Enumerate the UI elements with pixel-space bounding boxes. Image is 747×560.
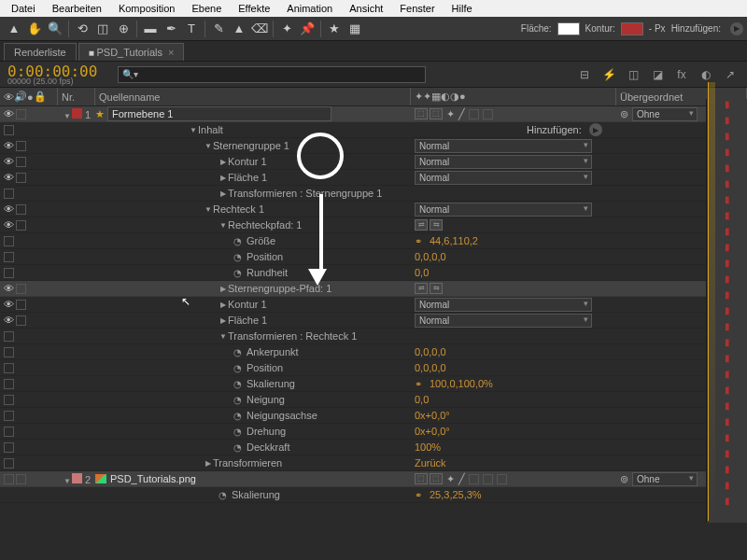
blend-mode-dropdown[interactable]: Normal <box>415 203 592 217</box>
twirl-icon[interactable] <box>63 477 72 485</box>
brush-tool[interactable]: ✎ <box>209 20 228 38</box>
eye-icon[interactable]: 👁 <box>4 156 14 167</box>
roto-tool[interactable]: ✦ <box>277 20 296 38</box>
stopwatch-icon[interactable] <box>233 251 245 262</box>
blend-mode-dropdown[interactable]: Normal <box>415 314 592 328</box>
fx-icon[interactable]: fx <box>672 66 691 83</box>
switch-icons[interactable]: ⬚⬚ <box>415 108 443 119</box>
property-label[interactable]: Ankerpunkt <box>247 346 299 357</box>
property-value[interactable]: 44,6,110,2 <box>430 235 478 246</box>
box1-icon[interactable]: ◫ <box>624 66 642 83</box>
property-label[interactable]: Kontur 1 <box>228 156 267 167</box>
star-icon[interactable]: ★ <box>325 20 344 38</box>
label-color[interactable] <box>72 108 82 119</box>
twirl-icon[interactable] <box>63 112 72 120</box>
property-label[interactable]: Skalierung <box>247 378 295 389</box>
text-tool[interactable]: T <box>182 20 201 38</box>
link-icon[interactable]: ⚭ <box>415 490 422 500</box>
close-icon[interactable]: × <box>168 47 174 58</box>
property-value[interactable]: 100% <box>415 441 441 453</box>
twirl-icon[interactable] <box>218 174 228 182</box>
menu-ansicht[interactable]: Ansicht <box>342 1 390 16</box>
shy-icon[interactable]: ⚡ <box>599 66 618 83</box>
pickwhip-icon[interactable]: ⊚ <box>620 108 628 120</box>
stamp-tool[interactable]: ▲ <box>230 20 248 38</box>
menu-animation[interactable]: Animation <box>279 1 340 16</box>
twirl-icon[interactable] <box>218 158 228 166</box>
stopwatch-icon[interactable] <box>233 426 245 437</box>
property-label[interactable]: Transformieren : Rechteck 1 <box>228 330 357 342</box>
property-label[interactable]: Rechteckpfad: 1 <box>228 219 303 231</box>
property-label[interactable]: Neigungsachse <box>247 410 317 421</box>
search-input[interactable]: 🔍▾ <box>118 66 426 83</box>
property-label[interactable]: Fläche 1 <box>228 315 267 326</box>
stopwatch-icon[interactable] <box>233 235 245 246</box>
property-label[interactable]: Fläche 1 <box>228 172 267 183</box>
reset-link[interactable]: Zurück <box>415 457 446 469</box>
draft-icon[interactable]: ⊟ <box>575 66 594 83</box>
property-value[interactable]: 0,0,0,0 <box>415 251 446 262</box>
layer-name[interactable]: Formebene 1 <box>107 106 331 121</box>
rect-tool[interactable]: ▬ <box>141 20 160 38</box>
property-value[interactable]: 25,3,25,3% <box>430 489 482 500</box>
blend-mode-dropdown[interactable]: Normal <box>415 155 592 169</box>
tab-renderliste[interactable]: Renderliste <box>4 43 77 61</box>
stroke-swatch[interactable] <box>621 22 643 35</box>
add-button[interactable]: ▶ <box>589 123 602 136</box>
stopwatch-icon[interactable] <box>218 489 230 500</box>
stopwatch-icon[interactable] <box>233 267 245 278</box>
property-label[interactable]: Sternengruppe 1 <box>213 140 289 151</box>
twirl-icon[interactable] <box>204 459 213 468</box>
menu-hilfe[interactable]: Hilfe <box>444 1 480 16</box>
property-label[interactable]: Rechteck 1 <box>213 203 264 215</box>
path-direction-icons[interactable]: ⇄⇆ <box>415 219 443 231</box>
twirl-icon[interactable] <box>218 332 228 341</box>
blend-mode-dropdown[interactable]: Normal <box>415 298 592 312</box>
property-label[interactable]: Position <box>247 251 283 262</box>
add-menu[interactable]: Hinzufügen: <box>527 124 582 135</box>
stopwatch-icon[interactable] <box>233 346 245 357</box>
blend-mode-dropdown[interactable]: Normal <box>415 171 592 185</box>
twirl-icon[interactable] <box>218 285 228 293</box>
menu-datei[interactable]: Datei <box>4 1 43 16</box>
add-button[interactable]: ▶ <box>730 22 743 35</box>
property-value[interactable]: 0x+0,0° <box>415 426 450 437</box>
pen-tool[interactable]: ✒ <box>162 20 180 38</box>
snap-icon[interactable]: ▦ <box>345 20 364 38</box>
blur-icon[interactable]: ╱ <box>458 108 465 120</box>
parent-dropdown[interactable]: Ohne <box>632 472 698 486</box>
fx-icon[interactable]: ✦ <box>446 108 455 120</box>
stopwatch-icon[interactable] <box>233 441 245 453</box>
stopwatch-icon[interactable] <box>233 394 245 405</box>
property-label[interactable]: Skalierung <box>232 489 280 500</box>
menu-komposition[interactable]: Komposition <box>111 1 183 16</box>
twirl-icon[interactable] <box>204 142 213 150</box>
property-value[interactable]: 100,0,100,0% <box>430 378 493 389</box>
menu-effekte[interactable]: Effekte <box>231 1 277 16</box>
parent-dropdown[interactable]: Ohne <box>632 107 698 121</box>
property-value[interactable]: 0,0 <box>415 267 429 278</box>
twirl-icon[interactable] <box>218 301 228 309</box>
stopwatch-icon[interactable] <box>233 410 245 421</box>
property-label[interactable]: Transformieren : Sternengruppe 1 <box>228 188 382 199</box>
rotate-tool[interactable]: ⟲ <box>73 20 92 38</box>
selection-tool[interactable]: ▲ <box>5 20 23 38</box>
property-value[interactable]: 0,0,0,0 <box>415 346 446 357</box>
menu-ebene[interactable]: Ebene <box>184 1 229 16</box>
property-value[interactable]: 0,0,0,0 <box>415 362 446 373</box>
property-label[interactable]: Drehung <box>247 426 286 437</box>
property-label[interactable]: Rundheit <box>247 267 288 278</box>
twirl-icon[interactable] <box>218 221 228 230</box>
tab-psd_tutorials[interactable]: ■ PSD_Tutorials× <box>78 43 185 61</box>
eye-icon[interactable]: 👁 <box>4 203 14 215</box>
hand-tool[interactable]: ✋ <box>25 20 44 38</box>
link-icon[interactable]: ⚭ <box>415 379 422 389</box>
eye-icon[interactable]: 👁 <box>4 140 14 151</box>
label-color[interactable] <box>72 473 82 483</box>
path-direction-icons[interactable]: ⇄⇆ <box>415 283 443 294</box>
stroke-width[interactable]: - Px <box>649 23 666 34</box>
twirl-icon[interactable] <box>189 126 198 134</box>
box2-icon[interactable]: ◪ <box>648 66 667 83</box>
pickwhip-icon[interactable]: ⊚ <box>620 473 628 485</box>
stopwatch-icon[interactable] <box>233 378 245 389</box>
